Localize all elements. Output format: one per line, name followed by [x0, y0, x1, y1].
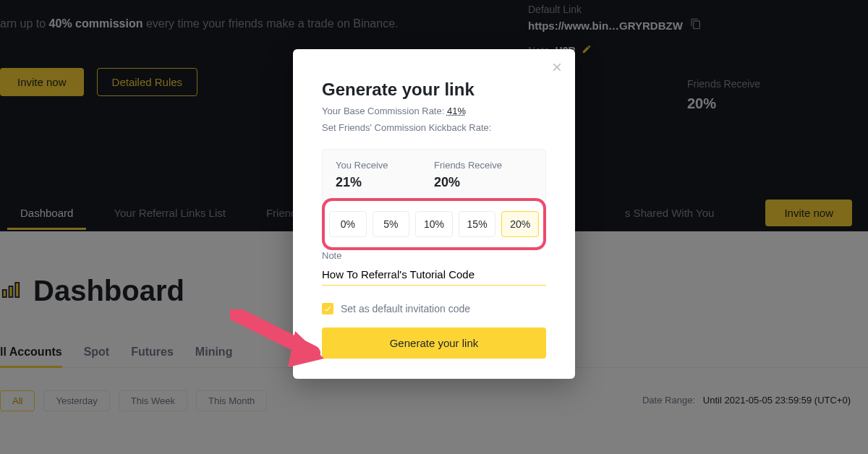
- generate-link-button[interactable]: Generate your link: [322, 327, 546, 359]
- rate-summary-box: You Receive 21% Friends Receive 20%: [322, 149, 546, 201]
- set-default-label: Set as default invitation code: [341, 303, 470, 314]
- kickback-option-0[interactable]: 0%: [329, 211, 367, 237]
- base-rate-value: 41%: [447, 106, 466, 116]
- you-receive-label: You Receive: [336, 160, 434, 171]
- kickback-label: Set Friends' Commission Kickback Rate:: [322, 122, 546, 133]
- generate-link-modal: Generate your link Your Base Commission …: [293, 49, 575, 379]
- modal-title: Generate your link: [322, 80, 546, 100]
- base-rate-label: Your Base Commission Rate:: [322, 106, 444, 116]
- kickback-option-10[interactable]: 10%: [415, 211, 453, 237]
- kickback-option-5[interactable]: 5%: [373, 211, 410, 237]
- close-icon[interactable]: [550, 61, 563, 77]
- note-field-label: Note: [322, 250, 546, 261]
- kickback-option-15[interactable]: 15%: [459, 211, 496, 237]
- note-input[interactable]: [322, 264, 546, 286]
- kickback-options: 0% 5% 10% 15% 20%: [328, 201, 540, 247]
- checkbox-icon[interactable]: [322, 303, 333, 314]
- kickback-option-20[interactable]: 20%: [501, 211, 539, 237]
- friends-receive-label: Friends Receive: [434, 160, 532, 171]
- annotation-highlight: 0% 5% 10% 15% 20%: [322, 198, 546, 250]
- set-default-row[interactable]: Set as default invitation code: [322, 303, 546, 314]
- you-receive-value: 21%: [336, 175, 434, 190]
- friends-receive-value: 20%: [434, 175, 532, 190]
